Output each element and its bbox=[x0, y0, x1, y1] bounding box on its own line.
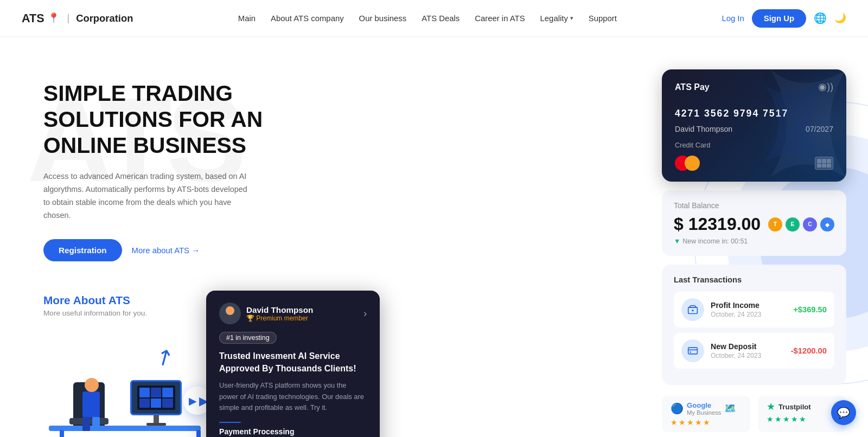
balance-panel: Total Balance $ 12319.00 T E C ◆ ▼ New i… bbox=[662, 190, 846, 256]
testimonial-next-icon[interactable]: › bbox=[363, 308, 367, 319]
google-icon: 🔵 bbox=[671, 402, 684, 415]
transaction-item-1: Profit Income October, 24 2023 +$369.50 bbox=[674, 292, 834, 327]
desk-leg-left bbox=[60, 430, 64, 437]
card-bg-decoration bbox=[754, 69, 846, 182]
transaction-info-1: Profit Income October, 24 2023 bbox=[711, 301, 787, 318]
balance-amount: $ 12319.00 bbox=[674, 214, 761, 234]
nav-legality[interactable]: Legality ▾ bbox=[540, 14, 573, 23]
trustpilot-star-icon: ★ bbox=[767, 401, 775, 413]
logo-pin-icon: 📍 bbox=[48, 12, 60, 24]
nav-legality-label: Legality bbox=[540, 14, 568, 23]
hero-buttons: Registration More about ATS → bbox=[43, 239, 326, 261]
transaction-date-1: October, 24 2023 bbox=[711, 311, 787, 318]
more-about-button[interactable]: More about ATS → bbox=[132, 246, 200, 255]
transaction-amount-2: -$1200.00 bbox=[791, 346, 827, 355]
balance-coins: T E C ◆ bbox=[768, 217, 834, 232]
logo-tagline: Corporation bbox=[76, 12, 133, 24]
speech-arrow: ↗ bbox=[150, 342, 178, 372]
transaction-date-2: October, 24 2023 bbox=[711, 352, 784, 359]
google-badge-header: 🔵 Google My Business 🗺️ bbox=[671, 401, 736, 416]
hero-section: ATS SIMPLE TRADING SOLUTIONS FOR AN ONLI… bbox=[0, 37, 868, 437]
nav-business[interactable]: Our business bbox=[359, 14, 407, 23]
chat-bubble[interactable]: 💬 bbox=[831, 400, 856, 425]
transaction-amount-1: +$369.50 bbox=[793, 305, 827, 314]
nav-about[interactable]: About ATS company bbox=[271, 14, 344, 23]
desk-illustration bbox=[49, 426, 201, 431]
testimonial-user-badge: 🏆 Premium member bbox=[246, 314, 313, 322]
transactions-panel: Last Transactions Profit Income October,… bbox=[662, 265, 846, 385]
svg-point-3 bbox=[226, 306, 234, 315]
chevron-down-icon: ▾ bbox=[570, 15, 573, 22]
ats-pay-card: ATS Pay ◉)) 4271 3562 9794 7517 David Th… bbox=[662, 69, 846, 182]
mastercard-logo bbox=[675, 156, 700, 171]
globe-icon[interactable]: 🌐 bbox=[814, 12, 827, 24]
hero-title: SIMPLE TRADING SOLUTIONS FOR AN ONLINE B… bbox=[43, 80, 326, 158]
trust-badges: 🔵 Google My Business 🗺️ ★★★★★ ★ Trustpil… bbox=[662, 396, 846, 432]
transactions-title: Last Transactions bbox=[674, 275, 834, 284]
card-holder-name: David Thompson bbox=[675, 125, 732, 133]
coin-t: T bbox=[768, 217, 782, 232]
trustpilot-badge-header: ★ Trustpilot bbox=[767, 401, 811, 413]
nav-career[interactable]: Career in ATS bbox=[475, 14, 525, 23]
balance-label: Total Balance bbox=[674, 201, 834, 210]
new-deposit-icon bbox=[681, 339, 704, 362]
transaction-name-1: Profit Income bbox=[711, 301, 787, 310]
logo: ATS 📍 | Corporation bbox=[22, 11, 133, 25]
trustpilot-name: Trustpilot bbox=[778, 403, 811, 411]
balance-income: ▼ New income in: 00:51 bbox=[674, 237, 834, 245]
profit-income-icon bbox=[681, 298, 704, 321]
nav-deals[interactable]: ATS Deals bbox=[422, 14, 459, 23]
svg-point-6 bbox=[692, 310, 693, 311]
testimonial-pill: #1 in investing bbox=[219, 332, 277, 344]
testimonial-username: David Thompson bbox=[246, 305, 313, 314]
logo-text: ATS bbox=[22, 11, 44, 25]
testimonial-title: Trusted Invesment AI Service Approved By… bbox=[219, 350, 367, 375]
google-badge-info: Google My Business bbox=[687, 401, 721, 416]
testimonial-card: David Thompson 🏆 Premium member › #1 in … bbox=[206, 291, 380, 437]
balance-row: $ 12319.00 T E C ◆ bbox=[674, 214, 834, 234]
trustpilot-stars: ★★★★★ bbox=[767, 415, 807, 423]
income-arrow-icon: ▼ bbox=[674, 237, 680, 245]
hero-description: Access to advanced American trading syst… bbox=[43, 170, 250, 222]
nav-support[interactable]: Support bbox=[589, 14, 617, 23]
nav-links: Main About ATS company Our business ATS … bbox=[238, 14, 617, 23]
testimonial-section-title: Payment Processing bbox=[219, 427, 367, 436]
google-maps-icon: 🗺️ bbox=[724, 403, 736, 414]
transaction-info-2: New Deposit October, 24 2023 bbox=[711, 342, 784, 359]
chat-icon: 💬 bbox=[837, 407, 850, 419]
testimonial-user-info: David Thompson 🏆 Premium member bbox=[246, 305, 313, 322]
user-avatar bbox=[219, 303, 241, 324]
testimonial-header: David Thompson 🏆 Premium member › bbox=[219, 303, 367, 324]
person-leg-right bbox=[92, 417, 100, 431]
testimonial-divider bbox=[219, 422, 241, 423]
person-body bbox=[82, 391, 100, 417]
transaction-name-2: New Deposit bbox=[711, 342, 784, 351]
testimonial-description: User-friendly ATS platform shows you the… bbox=[219, 380, 367, 413]
card-brand-name: ATS Pay bbox=[675, 82, 710, 92]
dark-mode-icon[interactable]: 🌙 bbox=[834, 12, 846, 24]
registration-button[interactable]: Registration bbox=[43, 239, 122, 261]
coin-e: E bbox=[786, 217, 800, 232]
login-button[interactable]: Log In bbox=[722, 14, 744, 23]
hero-right: ATS Pay ◉)) 4271 3562 9794 7517 David Th… bbox=[662, 69, 846, 432]
google-stars: ★★★★★ bbox=[671, 418, 711, 427]
google-badge: 🔵 Google My Business 🗺️ ★★★★★ bbox=[662, 396, 750, 432]
transaction-item-2: New Deposit October, 24 2023 -$1200.00 bbox=[674, 333, 834, 369]
google-name: Google bbox=[687, 401, 721, 409]
svg-point-4 bbox=[222, 316, 238, 324]
person-leg-left bbox=[82, 417, 90, 431]
testimonial-user: David Thompson 🏆 Premium member bbox=[219, 303, 313, 324]
monitor-illustration bbox=[130, 380, 182, 426]
coin-d: ◆ bbox=[820, 217, 834, 232]
coin-c: C bbox=[803, 217, 817, 232]
svg-rect-7 bbox=[688, 348, 698, 354]
desk-leg-right bbox=[196, 430, 201, 437]
play-icon: ▶ bbox=[189, 395, 197, 407]
google-sub: My Business bbox=[687, 409, 721, 416]
mc-orange-circle bbox=[685, 156, 700, 171]
navbar: ATS 📍 | Corporation Main About ATS compa… bbox=[0, 0, 868, 37]
svg-point-8 bbox=[690, 351, 692, 353]
navbar-actions: Log In Sign Up 🌐 🌙 bbox=[722, 9, 846, 28]
signup-button[interactable]: Sign Up bbox=[752, 9, 806, 28]
nav-main[interactable]: Main bbox=[238, 14, 256, 23]
